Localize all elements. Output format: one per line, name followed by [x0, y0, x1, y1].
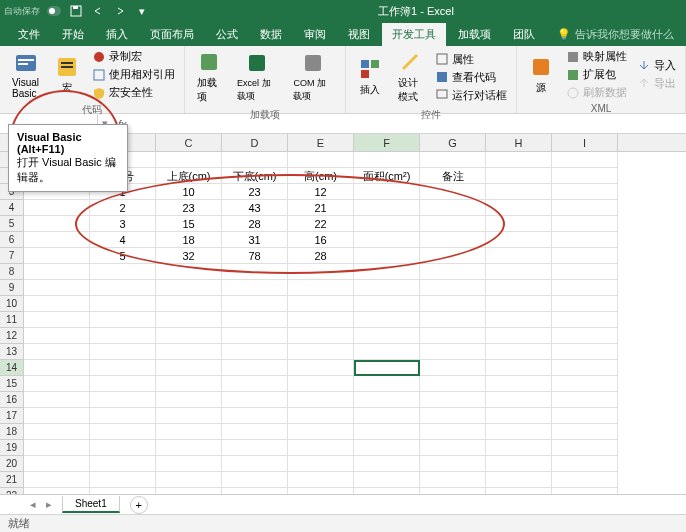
cell-E8[interactable] — [288, 264, 354, 280]
cell-I10[interactable] — [552, 296, 618, 312]
cell-G9[interactable] — [420, 280, 486, 296]
sheet-tab-1[interactable]: Sheet1 — [62, 496, 120, 513]
cell-G2[interactable]: 备注 — [420, 168, 486, 184]
tell-me[interactable]: 💡告诉我你想要做什么 — [547, 23, 684, 46]
cell-G16[interactable] — [420, 392, 486, 408]
row-header[interactable]: 18 — [0, 424, 24, 440]
cell-G20[interactable] — [420, 456, 486, 472]
cell-B11[interactable] — [90, 312, 156, 328]
cell-G8[interactable] — [420, 264, 486, 280]
cell-C20[interactable] — [156, 456, 222, 472]
cell-A8[interactable] — [24, 264, 90, 280]
cell-D13[interactable] — [222, 344, 288, 360]
cell-E12[interactable] — [288, 328, 354, 344]
cell-H4[interactable] — [486, 200, 552, 216]
cell-D17[interactable] — [222, 408, 288, 424]
cell-C19[interactable] — [156, 440, 222, 456]
cell-B8[interactable] — [90, 264, 156, 280]
cell-A15[interactable] — [24, 376, 90, 392]
cell-F14[interactable] — [354, 360, 420, 376]
cell-E5[interactable]: 22 — [288, 216, 354, 232]
cell-A14[interactable] — [24, 360, 90, 376]
cell-B16[interactable] — [90, 392, 156, 408]
cell-C12[interactable] — [156, 328, 222, 344]
tab-formulas[interactable]: 公式 — [206, 23, 248, 46]
cell-H17[interactable] — [486, 408, 552, 424]
cell-D9[interactable] — [222, 280, 288, 296]
cell-A16[interactable] — [24, 392, 90, 408]
cell-F11[interactable] — [354, 312, 420, 328]
cell-I4[interactable] — [552, 200, 618, 216]
cell-C15[interactable] — [156, 376, 222, 392]
cell-B21[interactable] — [90, 472, 156, 488]
cell-F17[interactable] — [354, 408, 420, 424]
cell-B10[interactable] — [90, 296, 156, 312]
col-header-H[interactable]: H — [486, 134, 552, 151]
cell-A13[interactable] — [24, 344, 90, 360]
tab-data[interactable]: 数据 — [250, 23, 292, 46]
cell-D15[interactable] — [222, 376, 288, 392]
cell-C4[interactable]: 23 — [156, 200, 222, 216]
cell-C3[interactable]: 10 — [156, 184, 222, 200]
row-header[interactable]: 16 — [0, 392, 24, 408]
cell-F7[interactable] — [354, 248, 420, 264]
design-mode-button[interactable]: 设计模式 — [392, 48, 428, 106]
cell-I8[interactable] — [552, 264, 618, 280]
cell-G13[interactable] — [420, 344, 486, 360]
properties-button[interactable]: 属性 — [432, 51, 510, 68]
cell-A4[interactable] — [24, 200, 90, 216]
cell-I11[interactable] — [552, 312, 618, 328]
cell-H15[interactable] — [486, 376, 552, 392]
cell-F20[interactable] — [354, 456, 420, 472]
cell-H16[interactable] — [486, 392, 552, 408]
cell-H19[interactable] — [486, 440, 552, 456]
xml-import-button[interactable]: 导入 — [634, 57, 679, 74]
tab-layout[interactable]: 页面布局 — [140, 23, 204, 46]
cell-C13[interactable] — [156, 344, 222, 360]
cell-C11[interactable] — [156, 312, 222, 328]
cell-E16[interactable] — [288, 392, 354, 408]
cell-C1[interactable] — [156, 152, 222, 168]
run-dialog-button[interactable]: 运行对话框 — [432, 87, 510, 104]
tab-team[interactable]: 团队 — [503, 23, 545, 46]
cell-B18[interactable] — [90, 424, 156, 440]
refresh-data-button[interactable]: 刷新数据 — [563, 84, 630, 101]
row-header[interactable]: 12 — [0, 328, 24, 344]
cell-B19[interactable] — [90, 440, 156, 456]
tab-developer[interactable]: 开发工具 — [382, 23, 446, 46]
qat-more-icon[interactable]: ▾ — [134, 3, 150, 19]
cell-C16[interactable] — [156, 392, 222, 408]
cell-G4[interactable] — [420, 200, 486, 216]
tab-view[interactable]: 视图 — [338, 23, 380, 46]
cell-I9[interactable] — [552, 280, 618, 296]
cell-G19[interactable] — [420, 440, 486, 456]
cell-E6[interactable]: 16 — [288, 232, 354, 248]
cell-B5[interactable]: 3 — [90, 216, 156, 232]
cell-F3[interactable] — [354, 184, 420, 200]
view-code-button[interactable]: 查看代码 — [432, 69, 510, 86]
cell-G3[interactable] — [420, 184, 486, 200]
cell-A18[interactable] — [24, 424, 90, 440]
cell-B4[interactable]: 2 — [90, 200, 156, 216]
row-header[interactable]: 13 — [0, 344, 24, 360]
cell-I12[interactable] — [552, 328, 618, 344]
row-header[interactable]: 11 — [0, 312, 24, 328]
cell-H9[interactable] — [486, 280, 552, 296]
cell-F1[interactable] — [354, 152, 420, 168]
row-header[interactable]: 10 — [0, 296, 24, 312]
cell-H18[interactable] — [486, 424, 552, 440]
cell-I2[interactable] — [552, 168, 618, 184]
cell-A20[interactable] — [24, 456, 90, 472]
cell-D14[interactable] — [222, 360, 288, 376]
cell-C6[interactable]: 18 — [156, 232, 222, 248]
cell-B15[interactable] — [90, 376, 156, 392]
row-header[interactable]: 7 — [0, 248, 24, 264]
cell-E10[interactable] — [288, 296, 354, 312]
cell-C17[interactable] — [156, 408, 222, 424]
cell-F12[interactable] — [354, 328, 420, 344]
addins-button[interactable]: 加载项 — [191, 48, 227, 106]
cell-B12[interactable] — [90, 328, 156, 344]
cell-C7[interactable]: 32 — [156, 248, 222, 264]
cell-A5[interactable] — [24, 216, 90, 232]
cell-E3[interactable]: 12 — [288, 184, 354, 200]
